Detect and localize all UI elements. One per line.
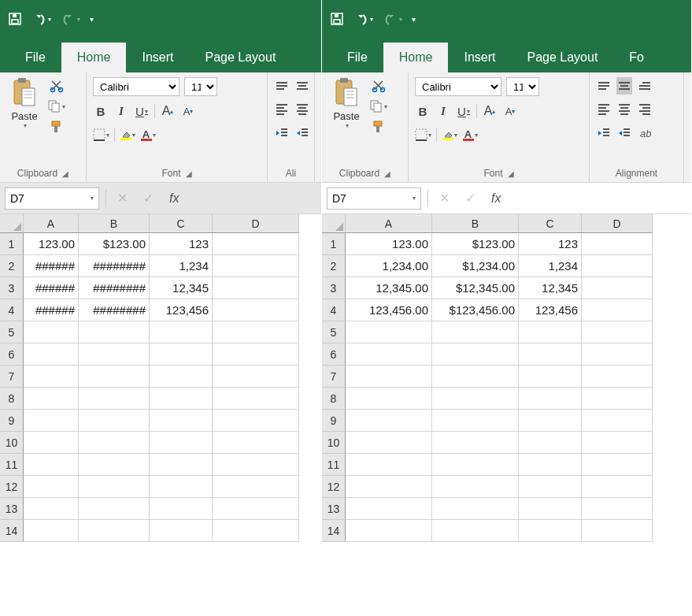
cell[interactable]: [346, 410, 432, 432]
row-header[interactable]: 5: [322, 321, 346, 343]
cell[interactable]: 123,456: [150, 299, 213, 321]
cell[interactable]: [519, 476, 582, 498]
cell[interactable]: [213, 366, 299, 388]
cell[interactable]: [150, 343, 213, 366]
grow-font-button[interactable]: A▴: [482, 102, 498, 120]
increase-indent-button[interactable]: [294, 124, 310, 142]
cell[interactable]: ########: [79, 277, 150, 299]
column-header[interactable]: C: [519, 214, 582, 233]
cell[interactable]: [213, 321, 299, 343]
cell[interactable]: [213, 255, 299, 277]
cell[interactable]: [24, 343, 79, 366]
cell[interactable]: [432, 454, 519, 476]
redo-icon[interactable]: ▾: [61, 13, 80, 25]
cell[interactable]: [519, 454, 582, 476]
tab-insert[interactable]: Insert: [126, 43, 189, 72]
cell[interactable]: $123,456.00: [432, 299, 519, 321]
cell[interactable]: 123: [150, 233, 213, 255]
tab-home[interactable]: Home: [61, 43, 127, 72]
row-header[interactable]: 3: [0, 277, 24, 299]
cell[interactable]: 123.00: [24, 233, 79, 255]
fill-color-button[interactable]: ▾: [442, 126, 457, 143]
row-header[interactable]: 12: [322, 476, 346, 498]
cell[interactable]: [24, 520, 79, 542]
align-top-button[interactable]: [596, 77, 612, 95]
name-box[interactable]: D7▾: [327, 187, 421, 210]
cell[interactable]: [213, 233, 299, 255]
align-right-button[interactable]: [637, 101, 653, 118]
cell[interactable]: 12,345.00: [346, 277, 432, 299]
cell[interactable]: [150, 476, 213, 498]
tab-insert[interactable]: Insert: [448, 43, 511, 72]
shrink-font-button[interactable]: A▾: [180, 102, 196, 120]
copy-icon[interactable]: ▾: [369, 98, 387, 115]
cell[interactable]: [432, 476, 519, 498]
cell[interactable]: $1,234.00: [432, 255, 519, 277]
cell[interactable]: ########: [79, 299, 150, 321]
italic-button[interactable]: I: [113, 102, 129, 120]
cell[interactable]: [79, 410, 150, 432]
align-bottom-button[interactable]: [637, 77, 653, 95]
cell[interactable]: $123.00: [432, 233, 519, 255]
cell[interactable]: [79, 321, 150, 343]
dialog-launcher-icon[interactable]: ◢: [508, 169, 514, 178]
cell[interactable]: [24, 498, 79, 520]
cell[interactable]: [582, 255, 653, 277]
cell[interactable]: [582, 454, 653, 476]
cell[interactable]: ######: [24, 299, 79, 321]
row-header[interactable]: 13: [0, 498, 24, 520]
cell[interactable]: [24, 321, 79, 343]
cell[interactable]: [24, 476, 79, 498]
increase-indent-button[interactable]: [616, 124, 632, 142]
column-header[interactable]: C: [150, 214, 213, 233]
cell[interactable]: [213, 498, 299, 520]
cell[interactable]: [24, 388, 79, 410]
tab-file[interactable]: File: [331, 43, 383, 72]
row-header[interactable]: 11: [0, 454, 24, 476]
column-header[interactable]: D: [213, 214, 299, 233]
bold-button[interactable]: B: [415, 102, 431, 120]
font-color-button[interactable]: A▾: [462, 126, 478, 143]
borders-button[interactable]: ▾: [415, 126, 431, 143]
cell[interactable]: [150, 432, 213, 454]
cell[interactable]: [519, 520, 582, 542]
font-color-button[interactable]: A▾: [140, 126, 156, 143]
name-box[interactable]: D7▾: [5, 187, 99, 210]
fx-icon[interactable]: fx: [165, 191, 183, 206]
cell[interactable]: [213, 388, 299, 410]
cell[interactable]: [582, 277, 653, 299]
cell[interactable]: [582, 366, 653, 388]
row-header[interactable]: 7: [322, 366, 346, 388]
cut-icon[interactable]: [369, 77, 387, 95]
select-all-corner[interactable]: [0, 214, 24, 233]
cell[interactable]: [150, 520, 213, 542]
cell[interactable]: [150, 410, 213, 432]
undo-icon[interactable]: ▾: [31, 13, 51, 25]
dialog-launcher-icon[interactable]: ◢: [384, 169, 390, 178]
cancel-icon[interactable]: ✕: [435, 191, 454, 206]
cell[interactable]: 1,234: [519, 255, 582, 277]
cell[interactable]: 12,345: [150, 277, 213, 299]
row-header[interactable]: 13: [322, 498, 346, 520]
cell[interactable]: [582, 343, 653, 366]
cell[interactable]: ######: [24, 277, 79, 299]
cell[interactable]: [150, 366, 213, 388]
cell[interactable]: [519, 410, 582, 432]
column-header[interactable]: B: [432, 214, 519, 233]
cell[interactable]: [346, 432, 432, 454]
format-painter-icon[interactable]: [369, 118, 387, 135]
row-header[interactable]: 8: [322, 388, 346, 410]
cell[interactable]: [79, 366, 150, 388]
cell[interactable]: 1,234: [150, 255, 213, 277]
column-header[interactable]: D: [582, 214, 653, 233]
cell[interactable]: [79, 388, 150, 410]
qat-customize-icon[interactable]: ▾: [412, 15, 416, 24]
cell[interactable]: [582, 321, 653, 343]
align-middle-button[interactable]: [616, 77, 632, 95]
cell[interactable]: [432, 520, 519, 542]
cell[interactable]: 123,456: [519, 299, 582, 321]
copy-icon[interactable]: ▾: [47, 98, 65, 115]
row-header[interactable]: 5: [0, 321, 24, 343]
align-top-button[interactable]: [274, 77, 290, 95]
font-size-select[interactable]: 11: [506, 77, 539, 96]
